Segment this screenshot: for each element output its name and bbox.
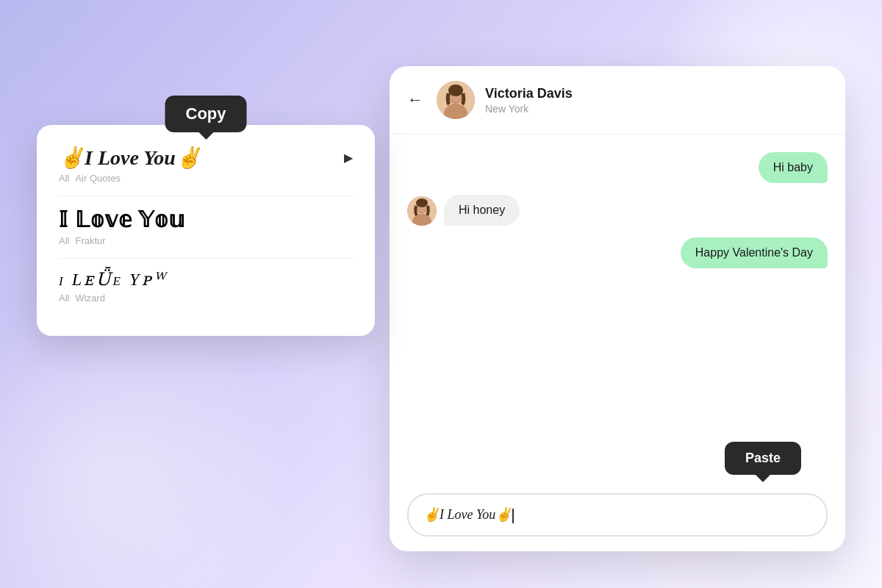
forward-arrow-icon: ▶ bbox=[344, 151, 353, 165]
text-cursor bbox=[512, 509, 514, 523]
font-item-air-quotes[interactable]: ✌I Love You✌ ▶ All Air Quotes bbox=[59, 146, 353, 184]
font-text-air-quotes: ✌I Love You✌ bbox=[59, 146, 201, 170]
message-bubble-hi-baby: Hi baby bbox=[759, 152, 828, 183]
chat-input-area: Paste ✌I Love You✌ bbox=[390, 484, 845, 551]
message-text-hi-honey: Hi honey bbox=[459, 204, 505, 216]
paste-tooltip[interactable]: Paste bbox=[725, 442, 801, 475]
message-input[interactable]: ✌I Love You✌ bbox=[407, 493, 828, 537]
back-button[interactable]: ← bbox=[407, 90, 423, 110]
message-row-received-1: Hi honey bbox=[407, 195, 828, 226]
divider-2 bbox=[59, 258, 353, 259]
font-text-fraktur: 𝕀 𝕃𝕠𝕧𝕖 𝕐𝕠𝕦 bbox=[59, 207, 185, 232]
message-row-sent-1: Hi baby bbox=[407, 152, 828, 183]
contact-name: Victoria Davis bbox=[485, 86, 573, 101]
contact-info: Victoria Davis New York bbox=[485, 86, 573, 115]
font-picker-panel: Copy ✌I Love You✌ ▶ All Air Quotes 𝕀 𝕃𝕠𝕧… bbox=[37, 125, 375, 336]
font-item-wizard[interactable]: i LᴇǕe Yᴩᵂ All Wizard bbox=[59, 269, 353, 304]
avatar-svg bbox=[437, 81, 475, 119]
chat-panel: ← Victoria Davis New York Hi baby bbox=[390, 66, 845, 551]
contact-location: New York bbox=[485, 103, 573, 115]
copy-tooltip[interactable]: Copy bbox=[165, 96, 247, 132]
contact-avatar bbox=[437, 81, 475, 119]
font-item-fraktur[interactable]: 𝕀 𝕃𝕠𝕧𝕖 𝕐𝕠𝕦 All Fraktur bbox=[59, 207, 353, 246]
message-row-sent-2: Happy Valentine's Day bbox=[407, 237, 828, 268]
messages-list: Hi baby Hi honey bbox=[390, 135, 845, 484]
tag-all-3: All bbox=[59, 293, 69, 304]
tag-all-2: All bbox=[59, 235, 69, 246]
font-tags-fraktur: All Fraktur bbox=[59, 235, 353, 246]
tag-air-quotes: Air Quotes bbox=[75, 173, 120, 184]
chat-header: ← Victoria Davis New York bbox=[390, 66, 845, 135]
svg-point-9 bbox=[416, 198, 428, 207]
message-bubble-valentines: Happy Valentine's Day bbox=[681, 237, 828, 268]
message-bubble-hi-honey: Hi honey bbox=[444, 195, 520, 226]
message-text-hi-baby: Hi baby bbox=[773, 161, 813, 173]
receiver-avatar-svg bbox=[407, 196, 437, 226]
font-tags-wizard: All Wizard bbox=[59, 293, 353, 304]
tag-all-1: All bbox=[59, 173, 69, 184]
input-text: ✌I Love You✌ bbox=[423, 507, 512, 522]
font-tags-air-quotes: All Air Quotes bbox=[59, 173, 353, 184]
tag-fraktur: Fraktur bbox=[75, 235, 105, 246]
message-text-valentines: Happy Valentine's Day bbox=[695, 246, 813, 259]
paste-tooltip-label: Paste bbox=[745, 451, 781, 465]
font-text-wizard: i LᴇǕe Yᴩᵂ bbox=[59, 269, 167, 290]
copy-tooltip-label: Copy bbox=[186, 104, 226, 123]
receiver-avatar-small bbox=[407, 196, 437, 226]
bg-decoration-2 bbox=[0, 294, 294, 588]
tag-wizard: Wizard bbox=[75, 293, 104, 304]
input-wrapper: ✌I Love You✌ bbox=[407, 493, 828, 537]
divider-1 bbox=[59, 196, 353, 196]
svg-point-4 bbox=[448, 85, 463, 96]
